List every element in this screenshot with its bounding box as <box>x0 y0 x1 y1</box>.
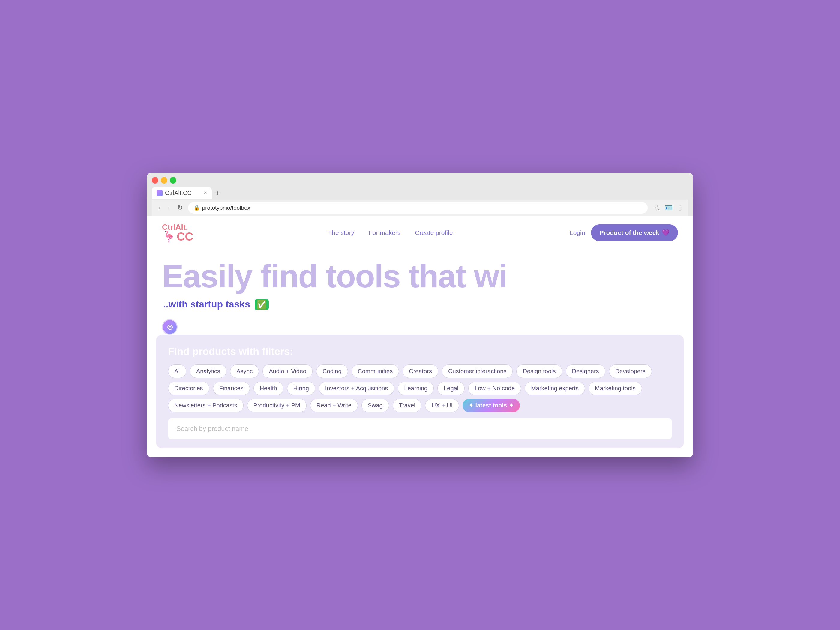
filter-tag[interactable]: Communities <box>352 365 399 378</box>
site-logo[interactable]: CtrlAlt. 🦩 CC <box>162 223 193 242</box>
search-input[interactable] <box>168 418 672 439</box>
extension-icon: 🪪 <box>665 204 673 212</box>
filter-section: Find products with filters: AIAnalyticsA… <box>156 335 684 448</box>
filter-tag[interactable]: Hiring <box>287 382 315 395</box>
filter-tag[interactable]: Health <box>254 382 284 395</box>
back-button[interactable]: ‹ <box>156 203 162 213</box>
filter-tag[interactable]: Developers <box>609 365 652 378</box>
product-week-label: Product of the week <box>599 229 659 237</box>
tab-bar: CtrlAlt.CC × + <box>152 186 688 200</box>
avatar-circle: ◎ <box>162 319 178 335</box>
filter-tags: AIAnalyticsAsyncAudio + VideoCodingCommu… <box>168 365 672 412</box>
filter-tag[interactable]: Design tools <box>516 365 562 378</box>
traffic-light-green[interactable] <box>170 177 177 183</box>
logo-bottom-row: 🦩 CC <box>162 231 193 242</box>
nav-link-story[interactable]: The story <box>328 229 355 237</box>
nav-login-link[interactable]: Login <box>570 229 585 237</box>
logo-top-text: CtrlAlt. <box>162 223 188 231</box>
browser-actions: ☆ 🪪 ⋮ <box>654 204 684 212</box>
filter-tag[interactable]: Marketing experts <box>525 382 585 395</box>
site-nav: CtrlAlt. 🦩 CC The story For makers Creat… <box>147 216 693 249</box>
filter-tag[interactable]: Legal <box>437 382 465 395</box>
filter-tag[interactable]: AI <box>168 365 186 378</box>
check-emoji: ✅ <box>255 299 269 310</box>
browser-tab-active[interactable]: CtrlAlt.CC × <box>152 187 212 199</box>
filter-tag[interactable]: Directories <box>168 382 209 395</box>
filter-tag[interactable]: Analytics <box>190 365 226 378</box>
filter-tag-latest[interactable]: ✦ latest tools ✦ <box>463 399 520 412</box>
filter-tag[interactable]: Customer interactions <box>442 365 513 378</box>
filter-tag[interactable]: Audio + Video <box>262 365 313 378</box>
page-content: CtrlAlt. 🦩 CC The story For makers Creat… <box>147 216 693 458</box>
url-text: prototypr.io/toolbox <box>202 205 251 211</box>
filter-tag[interactable]: Marketing tools <box>589 382 642 395</box>
lock-icon: 🔒 <box>194 205 200 211</box>
traffic-light-red[interactable] <box>152 177 158 183</box>
product-week-button[interactable]: Product of the week 💜 <box>591 224 678 241</box>
address-bar[interactable]: 🔒 prototypr.io/toolbox <box>188 202 648 213</box>
bookmark-icon[interactable]: ☆ <box>654 204 660 212</box>
product-week-emoji: 💜 <box>662 229 669 237</box>
tab-close-button[interactable]: × <box>204 190 207 196</box>
search-bar-wrapper <box>168 418 672 439</box>
filter-tag[interactable]: Productivity + PM <box>247 399 306 412</box>
desktop-background: CtrlAlt.CC × + ‹ › ↻ 🔒 prototypr.io/tool… <box>0 0 840 630</box>
filter-tag[interactable]: Designers <box>566 365 605 378</box>
filter-tag[interactable]: UX + UI <box>425 399 459 412</box>
tab-title: CtrlAlt.CC <box>165 189 192 196</box>
filter-tag[interactable]: Async <box>230 365 259 378</box>
filter-tag[interactable]: Read + Write <box>310 399 358 412</box>
hero-section: Easily find tools that wi ..with startup… <box>147 249 693 316</box>
traffic-lights <box>152 177 688 183</box>
filter-tag[interactable]: Newsletters + Podcasts <box>168 399 243 412</box>
filter-tag[interactable]: Finances <box>213 382 250 395</box>
traffic-light-yellow[interactable] <box>161 177 167 183</box>
filter-title: Find products with filters: <box>168 346 672 357</box>
filter-tag[interactable]: Swag <box>362 399 389 412</box>
filter-tag[interactable]: Coding <box>316 365 348 378</box>
nav-links: The story For makers Create profile <box>211 229 570 237</box>
filter-tag[interactable]: Travel <box>393 399 422 412</box>
browser-chrome: CtrlAlt.CC × + ‹ › ↻ 🔒 prototypr.io/tool… <box>147 173 693 216</box>
filter-tag[interactable]: Low + No code <box>468 382 521 395</box>
browser-window: CtrlAlt.CC × + ‹ › ↻ 🔒 prototypr.io/tool… <box>147 173 693 458</box>
more-options-icon[interactable]: ⋮ <box>677 204 684 212</box>
hero-headline: Easily find tools that wi <box>162 259 678 294</box>
avatar-letter: ◎ <box>167 323 173 331</box>
tab-favicon <box>156 190 163 196</box>
flamingo-icon: 🦩 <box>162 231 175 242</box>
nav-link-profile[interactable]: Create profile <box>415 229 453 237</box>
refresh-button[interactable]: ↻ <box>175 203 185 213</box>
new-tab-button[interactable]: + <box>212 186 223 200</box>
hero-subtext: ..with startup tasks ✅ <box>162 299 678 310</box>
filter-tag[interactable]: Learning <box>398 382 434 395</box>
nav-link-makers[interactable]: For makers <box>369 229 401 237</box>
avatar-row: ◎ <box>147 316 693 335</box>
forward-button[interactable]: › <box>166 203 172 213</box>
logo-cc-text: CC <box>177 231 193 242</box>
address-bar-row: ‹ › ↻ 🔒 prototypr.io/toolbox ☆ 🪪 ⋮ <box>152 200 688 216</box>
filter-tag[interactable]: Investors + Acquisitions <box>319 382 395 395</box>
hero-subtext-text: ..with startup tasks <box>163 299 250 309</box>
filter-tag[interactable]: Creators <box>403 365 438 378</box>
